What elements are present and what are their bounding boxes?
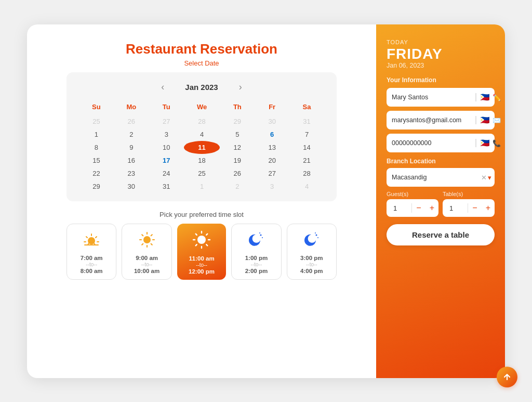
tables-increment-button[interactable]: + [482, 199, 495, 217]
calendar-day[interactable]: 14 [289, 141, 324, 154]
guests-increment-button[interactable]: + [425, 199, 438, 217]
calendar-day[interactable]: 8 [79, 141, 114, 154]
today-label: TODAY [387, 39, 495, 45]
time-slot-end: 10:00 am [134, 268, 159, 274]
calendar-day[interactable]: 1 [184, 180, 220, 193]
calendar-day[interactable]: 2 [114, 128, 149, 141]
calendar-day[interactable]: 27 [255, 167, 289, 180]
calendar-day[interactable]: 4 [289, 180, 324, 193]
calendar-day[interactable]: 29 [220, 115, 255, 128]
calendar-grid: SuMoTuWeThFrSa 2526272829303112345678910… [79, 101, 324, 193]
time-slot-slot4[interactable]: 1:00 pm --to-- 2:00 pm [231, 224, 281, 280]
calendar-day[interactable]: 3 [149, 128, 184, 141]
scroll-up-button[interactable] [497, 367, 517, 387]
time-slot-separator: --to-- [86, 262, 97, 267]
tables-decrement-button[interactable]: − [468, 199, 481, 217]
calendar-day[interactable]: 9 [114, 141, 149, 154]
calendar-day[interactable]: 26 [220, 167, 255, 180]
email-icons: 🇵🇭 ✉️ [475, 115, 501, 125]
email-input[interactable] [392, 116, 473, 124]
calendar-day[interactable]: 23 [114, 167, 149, 180]
tables-stepper: − + [443, 199, 495, 217]
calendar-day[interactable]: 10 [149, 141, 184, 154]
calendar-day[interactable]: 28 [289, 167, 324, 180]
calendar-day[interactable]: 19 [220, 154, 255, 167]
flag-icon-3: 🇵🇭 [480, 138, 490, 148]
calendar-day[interactable]: 16 [114, 154, 149, 167]
time-slot-slot3[interactable]: 11:00 am --to-- 12:00 pm [177, 224, 226, 280]
email-input-row: 🇵🇭 ✉️ [387, 111, 495, 129]
cal-day-header: Fr [255, 101, 289, 115]
calendar-day[interactable]: 30 [114, 180, 149, 193]
guest-table-row: Guest(s) − + Table(s) − + [387, 191, 495, 217]
time-slot-separator: --to-- [251, 262, 262, 267]
calendar-day[interactable]: 17 [149, 154, 184, 167]
name-input[interactable] [392, 94, 473, 101]
guests-input[interactable] [387, 204, 411, 212]
phone-icon: 📞 [493, 139, 501, 147]
time-slot-end: 2:00 pm [245, 268, 268, 274]
prev-month-button[interactable]: ‹ [157, 81, 168, 94]
guests-decrement-button[interactable]: − [412, 199, 425, 217]
calendar-day[interactable]: 11 [184, 141, 220, 154]
moon-alt-icon [302, 230, 321, 252]
svg-point-8 [315, 232, 316, 234]
cal-day-header: Mo [114, 101, 149, 115]
time-slot-end: 12:00 pm [189, 268, 215, 275]
calendar-day[interactable]: 29 [79, 180, 114, 193]
calendar-day[interactable]: 31 [289, 115, 324, 128]
calendar-day[interactable]: 21 [289, 154, 324, 167]
calendar-day[interactable]: 4 [184, 128, 220, 141]
guests-label: Guest(s) [387, 191, 438, 197]
guests-col: Guest(s) − + [387, 191, 438, 217]
time-slot-slot1[interactable]: 7:00 am --to-- 8:00 am [66, 224, 116, 280]
calendar-day[interactable]: 13 [255, 141, 289, 154]
calendar-day[interactable]: 2 [220, 180, 255, 193]
calendar-day[interactable]: 3 [255, 180, 289, 193]
calendar-day[interactable]: 7 [289, 128, 324, 141]
time-slot-label: Pick your preferred time slot [159, 211, 244, 218]
moon-icon [247, 230, 265, 252]
name-input-row: 🇵🇭 ✏️ [387, 88, 495, 107]
sun-icon [138, 230, 156, 252]
mail-icon: ✉️ [493, 116, 501, 124]
calendar-day[interactable]: 20 [255, 154, 289, 167]
tables-input[interactable] [443, 204, 468, 212]
main-card: Restaurant Reservation Select Date ‹ Jan… [27, 24, 505, 378]
calendar-day[interactable]: 6 [255, 128, 289, 141]
calendar-day[interactable]: 15 [79, 154, 114, 167]
branch-select[interactable]: Macasandig Branch 2 Branch 3 [392, 174, 481, 181]
time-slot-start: 9:00 am [136, 255, 158, 261]
calendar-day[interactable]: 30 [255, 115, 289, 128]
calendar-day[interactable]: 5 [220, 128, 255, 141]
next-month-button[interactable]: › [235, 81, 246, 94]
page-title: Restaurant Reservation [126, 41, 277, 57]
calendar-day[interactable]: 31 [149, 180, 184, 193]
sun-bright-icon [192, 230, 211, 252]
calendar-day[interactable]: 25 [184, 167, 220, 180]
reserve-table-button[interactable]: Reserve a table [387, 224, 495, 245]
calendar-day[interactable]: 26 [114, 115, 149, 128]
time-slot-slot2[interactable]: 9:00 am --to-- 10:00 am [122, 224, 171, 280]
phone-input[interactable] [392, 139, 473, 147]
phone-input-row: 🇵🇭 📞 [387, 134, 495, 152]
calendar-day[interactable]: 27 [149, 115, 184, 128]
calendar-container: ‹ Jan 2023 › SuMoTuWeThFrSa 252627282930… [66, 72, 337, 201]
calendar-day[interactable]: 24 [149, 167, 184, 180]
calendar-header: ‹ Jan 2023 › [79, 81, 324, 94]
your-info-label: Your Information [387, 76, 495, 84]
calendar-day[interactable]: 28 [184, 115, 220, 128]
calendar-day[interactable]: 25 [79, 115, 114, 128]
calendar-day[interactable]: 18 [184, 154, 220, 167]
svg-point-3 [260, 234, 262, 236]
calendar-day[interactable]: 22 [79, 167, 114, 180]
select-date-label: Select Date [184, 59, 219, 67]
name-icons: 🇵🇭 ✏️ [475, 93, 501, 102]
time-slot-slot5[interactable]: 3:00 pm --to-- 4:00 pm [287, 224, 337, 280]
cal-day-header: Su [79, 101, 114, 115]
calendar-day[interactable]: 1 [79, 128, 114, 141]
guests-stepper: − + [387, 199, 438, 217]
time-slots-container: 7:00 am --to-- 8:00 am 9:00 am --to-- 10… [66, 224, 337, 280]
clear-branch-icon[interactable]: ✕ [481, 174, 487, 181]
calendar-day[interactable]: 12 [220, 141, 255, 154]
